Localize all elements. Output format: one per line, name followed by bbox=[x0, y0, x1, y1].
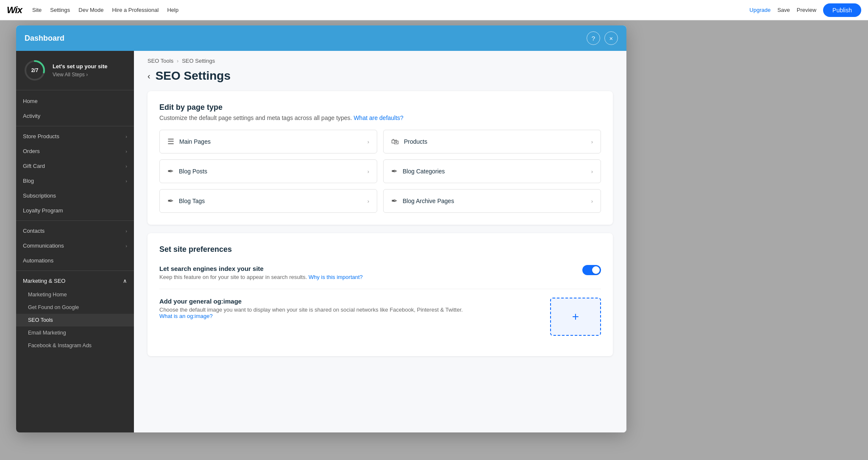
upgrade-button[interactable]: Upgrade bbox=[749, 7, 771, 13]
top-bar: Wix Site Settings Dev Mode Hire a Profes… bbox=[0, 0, 868, 20]
nav-links: Site Settings Dev Mode Hire a Profession… bbox=[32, 7, 749, 13]
publish-button[interactable]: Publish bbox=[823, 3, 861, 17]
nav-site[interactable]: Site bbox=[32, 7, 42, 13]
nav-settings[interactable]: Settings bbox=[50, 7, 70, 13]
nav-hire[interactable]: Hire a Professional bbox=[112, 7, 159, 13]
nav-help[interactable]: Help bbox=[167, 7, 178, 13]
save-button[interactable]: Save bbox=[777, 7, 790, 13]
wix-logo: Wix bbox=[7, 5, 22, 16]
top-bar-actions: Upgrade Save Preview Publish bbox=[749, 3, 861, 17]
nav-dev-mode[interactable]: Dev Mode bbox=[78, 7, 103, 13]
preview-button[interactable]: Preview bbox=[797, 7, 816, 13]
